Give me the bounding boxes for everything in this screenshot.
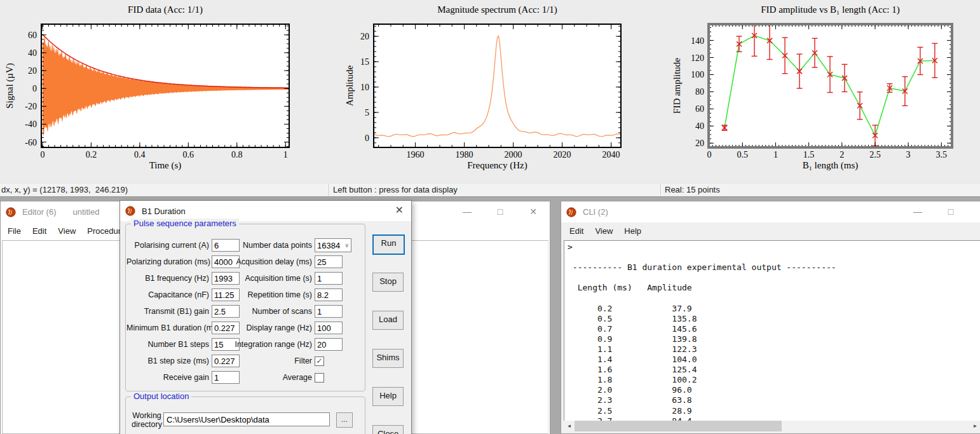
number-of-scans-label: Number of scans [233, 307, 312, 316]
display-range-hz-input[interactable] [315, 322, 343, 334]
b1-step-size-ms-field: B1 step size (ms) [126, 353, 240, 369]
y-tick-label: 20 [28, 66, 37, 76]
filter-field: Filter✓ [233, 353, 351, 369]
load-button[interactable]: Load [372, 311, 404, 330]
help-button[interactable]: Help [372, 387, 404, 406]
minimize-icon[interactable]: — [901, 201, 934, 222]
average-field: Average [233, 369, 351, 386]
chart-title: FID amplitude vs B₁ length (Acc: 1) [761, 4, 900, 15]
x-tick-label: 0.2 [86, 150, 97, 159]
close-icon[interactable]: ✕ [517, 201, 550, 222]
x-tick-label: 3 [906, 150, 911, 159]
y-tick-label: 60 [28, 31, 37, 40]
close-button[interactable]: Close [372, 425, 404, 434]
statusbar-divider [660, 184, 661, 196]
number-data-points-select[interactable]: 16384∨ [315, 238, 351, 252]
y-tick-label: -60 [25, 138, 37, 147]
number-of-scans-input[interactable] [315, 305, 343, 318]
acquisition-time-s-label: Acquisition time (s) [233, 274, 312, 283]
cli-output-text: > ---------- B1 duration experimental ou… [568, 242, 980, 421]
receive-gain-field: Receive gain [126, 369, 240, 386]
repetition-time-s-field: Repetition time (s) [233, 287, 351, 303]
polarising-current-a-field: Polarising current (A) [126, 237, 240, 254]
x-tick-label: 0 [707, 150, 712, 159]
x-tick-label: 1960 [406, 150, 424, 159]
number-data-points-label: Number data points [233, 241, 312, 250]
chart-b1-amplitude[interactable]: FID amplitude vs B₁ length (Acc: 1)B₁ le… [655, 0, 980, 183]
acquisition-time-s-input[interactable] [315, 272, 343, 285]
editor-document-name: untitled [72, 207, 99, 217]
x-tick-label: 1 [283, 150, 288, 159]
y-tick-label: 15 [360, 57, 369, 67]
scroll-left-icon[interactable]: ◄ [564, 421, 575, 431]
menu-item-help[interactable]: Help [618, 226, 647, 236]
transmit-b1-gain-label: Transmit (B1) gain [126, 307, 209, 316]
transmit-b1-gain-field: Transmit (B1) gain [126, 303, 240, 320]
cli-window: CLI (2) — □ EditViewHelp > ---------- B1… [561, 201, 980, 434]
working-directory-label: Working directory [131, 411, 163, 429]
statusbar-divider [329, 184, 329, 196]
y-tick-label: 40 [695, 121, 704, 131]
x-tick-label: 2040 [602, 150, 620, 159]
average-checkbox[interactable] [315, 373, 324, 383]
polarizing-duration-ms-label: Polarizing duration (ms) [126, 257, 209, 266]
y-tick-label: 120 [691, 53, 704, 63]
menu-item-edit[interactable]: Edit [27, 226, 52, 236]
application-screen: FID data (Acc: 1/1)Time (s)Signal (µV)00… [0, 0, 980, 434]
y-tick-label: 5 [365, 108, 369, 118]
filter-label: Filter [233, 356, 312, 365]
menu-item-view[interactable]: View [52, 226, 81, 236]
b1-frequency-hz-field: B1 frequency (Hz) [126, 270, 240, 287]
parameter-fields-left: Polarising current (A)Polarizing duratio… [126, 237, 240, 386]
capacitance-nf-label: Capacitance (nF) [126, 290, 209, 299]
capacitance-nf-field: Capacitance (nF) [126, 287, 240, 303]
cli-output-area[interactable]: > ---------- B1 duration experimental ou… [564, 240, 980, 421]
dialog-title: B1 Duration [142, 207, 186, 216]
run-button[interactable]: Run [372, 234, 405, 255]
scroll-right-icon[interactable]: ► [970, 421, 980, 431]
number-of-scans-field: Number of scans [233, 303, 351, 320]
fid-plot[interactable]: FID data (Acc: 1/1)Time (s)Signal (µV)00… [0, 0, 327, 183]
b1-plot[interactable]: FID amplitude vs B₁ length (Acc: 1)B₁ le… [655, 0, 980, 183]
menu-item-file[interactable]: File [2, 226, 27, 236]
stop-button[interactable]: Stop [372, 273, 404, 292]
cli-horizontal-scrollbar[interactable]: ◄ ► [564, 421, 980, 431]
y-tick-label: 20 [695, 139, 704, 148]
spectrum-plot[interactable]: Magnitude spectrum (Acc: 1/1)Frequency (… [327, 0, 655, 183]
menu-item-edit[interactable]: Edit [564, 226, 589, 236]
maximize-icon[interactable]: □ [484, 201, 517, 222]
maximize-icon[interactable]: □ [934, 201, 967, 222]
repetition-time-s-label: Repetition time (s) [233, 290, 312, 299]
editor-window-title: Editor (6) [22, 207, 56, 217]
app-logo-icon [6, 207, 16, 217]
cli-menubar: EditViewHelp [561, 222, 980, 240]
shims-button[interactable]: Shims [372, 349, 404, 368]
y-tick-label: 0 [32, 84, 37, 93]
repetition-time-s-input[interactable] [315, 288, 343, 301]
cli-titlebar: CLI (2) — □ [561, 201, 980, 222]
cli-window-title: CLI (2) [583, 207, 608, 217]
x-tick-label: 0.8 [231, 150, 243, 159]
acqusition-delay-ms-label: Acqusition delay (ms) [233, 257, 312, 266]
close-icon[interactable]: ✕ [395, 205, 404, 215]
acqusition-delay-ms-input[interactable] [315, 255, 343, 268]
filter-checkbox[interactable]: ✓ [315, 356, 324, 366]
scrollbar-thumb[interactable] [575, 421, 782, 431]
browse-working-directory-button[interactable]: ... [336, 412, 353, 428]
statusbar-hint: Left button : press for data display [333, 184, 657, 196]
integration-range-hz-label: Integration range (Hz) [233, 340, 312, 349]
y-tick-label: -40 [25, 119, 37, 129]
chart-magnitude-spectrum[interactable]: Magnitude spectrum (Acc: 1/1)Frequency (… [327, 0, 655, 183]
integration-range-hz-input[interactable] [315, 338, 343, 351]
chart-fid-data[interactable]: FID data (Acc: 1/1)Time (s)Signal (µV)00… [0, 0, 327, 183]
y-tick-label: 20 [360, 32, 369, 41]
x-axis-label: Time (s) [149, 160, 182, 171]
minimum-b1-duration-ms-field: Minimum B1 duration (ms) [126, 320, 240, 336]
menu-item-view[interactable]: View [589, 226, 618, 236]
b1-duration-dialog: B1 Duration ✕ Pulse sequence parameters … [119, 200, 412, 434]
x-tick-label: 0 [40, 150, 44, 159]
working-directory-input[interactable] [163, 412, 330, 426]
statusbar-points: Real: 15 points [665, 184, 976, 196]
x-axis-label: B₁ length (ms) [803, 160, 859, 171]
minimize-icon[interactable]: — [451, 201, 484, 222]
